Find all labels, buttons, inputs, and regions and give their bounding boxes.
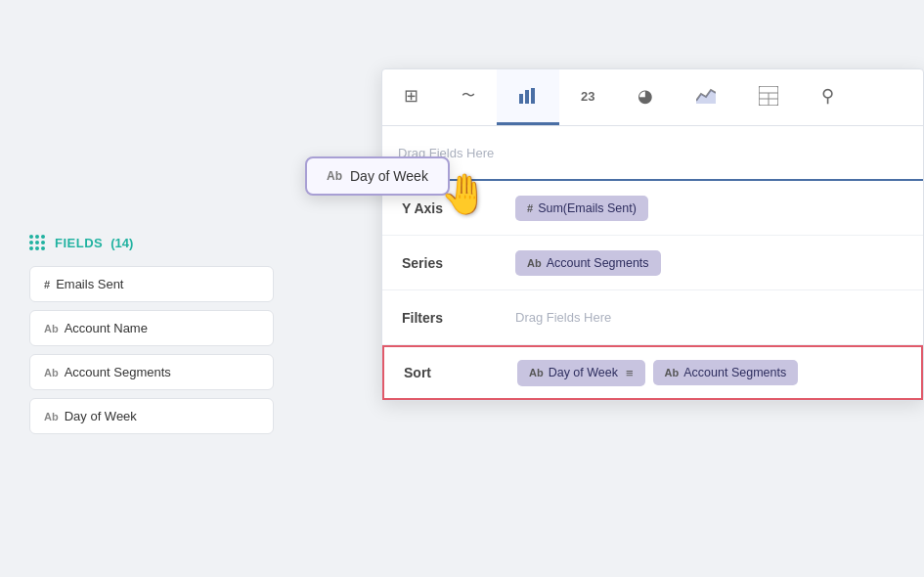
field-type-ab-account-name: Ab	[44, 323, 59, 334]
sort-tag1-label: Day of Week	[549, 366, 618, 379]
sort-tag-day-of-week[interactable]: Ab Day of Week ≡	[517, 360, 645, 386]
sort-tag2-type: Ab	[665, 367, 680, 378]
floating-drag-pill: Ab Day of Week	[305, 156, 450, 196]
fields-header: FIELDS (14)	[29, 235, 342, 250]
series-row: Series Ab Account Segments	[382, 236, 923, 290]
fields-count: (14)	[110, 236, 133, 250]
tab-number[interactable]: 23	[559, 69, 616, 125]
y-axis-tag-label: Sum(Emails Sent)	[538, 201, 637, 215]
tab-map[interactable]: ⚲	[800, 69, 856, 125]
sort-tag1-type: Ab	[529, 367, 544, 378]
field-pill-account-name[interactable]: Ab Account Name	[29, 310, 274, 346]
floating-pill-label: Day of Week	[350, 168, 428, 184]
y-axis-content: # Sum(Emails Sent)	[500, 186, 923, 231]
fields-panel: FIELDS (14) # Emails Sent Ab Account Nam…	[29, 235, 342, 442]
y-axis-tag[interactable]: # Sum(Emails Sent)	[515, 196, 648, 221]
field-label-account-segments: Account Segments	[65, 365, 171, 379]
table-icon	[759, 86, 778, 106]
tab-area[interactable]	[675, 69, 737, 125]
series-label: Series	[382, 244, 500, 283]
field-label-emails-sent: Emails Sent	[56, 277, 123, 291]
svg-rect-0	[519, 94, 523, 104]
field-pill-account-segments[interactable]: Ab Account Segments	[29, 354, 274, 390]
floating-pill-type: Ab	[327, 169, 342, 183]
y-axis-row: Y Axis # Sum(Emails Sent)	[382, 181, 923, 236]
series-tag-label: Account Segments	[547, 256, 649, 270]
svg-rect-2	[531, 88, 535, 104]
svg-rect-1	[525, 90, 529, 104]
x-axis-row[interactable]: Drag Fields Here	[382, 126, 923, 181]
fields-grid-icon	[29, 235, 45, 250]
sort-row: Sort Ab Day of Week ≡ Ab Account Segment…	[382, 345, 923, 400]
sort-tag2-label: Account Segments	[683, 366, 786, 379]
sort-tag-account-segments[interactable]: Ab Account Segments	[653, 360, 799, 385]
field-label-day-of-week: Day of Week	[65, 409, 137, 423]
field-type-ab-account-segments: Ab	[44, 367, 59, 378]
bar-chart-icon	[518, 86, 538, 106]
series-tag-type: Ab	[527, 257, 542, 269]
y-axis-tag-type: #	[527, 202, 533, 214]
filters-label: Filters	[382, 298, 500, 337]
chart-type-tabs: ⊞ 〜 23 ◕ ⚲	[382, 69, 923, 126]
field-type-hash: #	[44, 279, 50, 290]
sort-order-icon: ≡	[626, 366, 634, 380]
sort-content: Ab Day of Week ≡ Ab Account Segments	[502, 350, 921, 396]
field-label-account-name: Account Name	[65, 321, 148, 335]
field-pill-day-of-week[interactable]: Ab Day of Week	[29, 398, 274, 434]
field-type-ab-day-of-week: Ab	[44, 411, 59, 422]
tab-table[interactable]	[737, 69, 800, 125]
area-chart-icon	[696, 86, 716, 106]
filters-row: Filters Drag Fields Here	[382, 290, 923, 345]
chart-config-panel: ⊞ 〜 23 ◕ ⚲ Drag F	[381, 68, 924, 401]
series-tag[interactable]: Ab Account Segments	[515, 250, 661, 276]
tab-line[interactable]: 〜	[440, 69, 497, 125]
filters-placeholder: Drag Fields Here	[515, 310, 611, 325]
tab-pie[interactable]: ◕	[616, 69, 675, 125]
sort-label: Sort	[384, 353, 502, 392]
fields-label: FIELDS	[55, 236, 103, 250]
field-pill-emails-sent[interactable]: # Emails Sent	[29, 266, 274, 302]
filters-content: Drag Fields Here	[500, 300, 923, 334]
series-content: Ab Account Segments	[500, 241, 923, 286]
tab-grid[interactable]: ⊞	[382, 69, 440, 125]
tab-bar[interactable]	[497, 69, 559, 125]
